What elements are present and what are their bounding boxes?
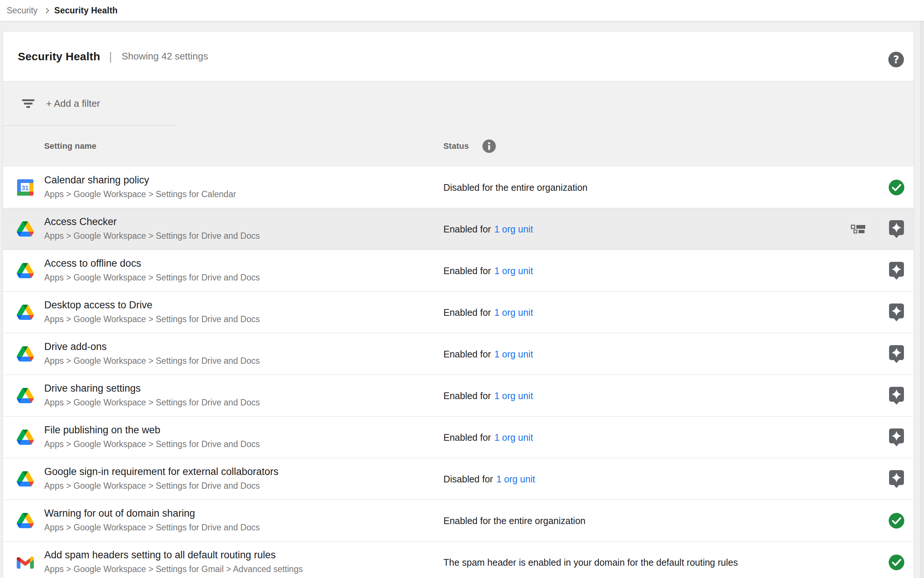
table-row[interactable]: Access to offline docs Apps > Google Wor… [3, 250, 914, 292]
setting-path: Apps > Google Workspace > Settings for D… [44, 523, 260, 533]
google-drive-icon [17, 304, 34, 321]
recommendation-badge-icon[interactable] [888, 303, 905, 322]
title-separator: | [109, 50, 112, 63]
security-health-card: Security Health | Showing 42 settings ? … [3, 32, 914, 578]
table-row[interactable]: Warning for out of domain sharing Apps >… [3, 500, 914, 542]
recommendation-badge-icon[interactable] [888, 386, 905, 406]
google-drive-icon [17, 221, 34, 238]
setting-path: Apps > Google Workspace > Settings for D… [44, 356, 260, 366]
org-unit-link[interactable]: 1 org unit [494, 432, 533, 442]
status-ok-icon[interactable] [888, 553, 905, 572]
setting-name: Calendar sharing policy [44, 174, 149, 186]
svg-text:31: 31 [21, 185, 29, 192]
org-unit-link[interactable]: 1 org unit [494, 307, 533, 317]
setting-path: Apps > Google Workspace > Settings for D… [44, 439, 260, 449]
help-icon[interactable]: ? [888, 52, 904, 67]
status-text: Enabled for1 org unit [443, 224, 533, 234]
setting-name: Drive add-ons [44, 341, 107, 352]
org-unit-link[interactable]: 1 org unit [494, 349, 533, 359]
ou-override-icon [851, 225, 866, 234]
recommendation-badge-icon[interactable] [888, 344, 905, 364]
setting-name: Access to offline docs [44, 258, 141, 269]
setting-name: Desktop access to Drive [44, 299, 152, 311]
setting-path: Apps > Google Workspace > Settings for D… [44, 273, 260, 283]
google-drive-icon [17, 387, 34, 404]
google-calendar-icon: 31 [17, 179, 34, 196]
recommendation-badge-icon[interactable] [888, 261, 905, 281]
status-text: Enabled for1 org unit [443, 432, 533, 443]
table-row[interactable]: 31 Calendar sharing policy Apps > Google… [3, 167, 914, 208]
breadcrumb: Security Security Health [0, 0, 924, 21]
status-text: Disabled for1 org unit [443, 474, 535, 484]
setting-name: Access Checker [44, 216, 117, 227]
filter-bar: + Add a filter [3, 81, 914, 125]
status-ok-icon[interactable] [888, 511, 905, 530]
column-header-status: Status [443, 141, 469, 151]
google-drive-icon [17, 512, 34, 529]
google-drive-icon [17, 262, 34, 279]
table-row[interactable]: Add spam headers setting to all default … [3, 542, 914, 578]
settings-count-label: Showing 42 settings [121, 50, 208, 62]
org-unit-link[interactable]: 1 org unit [496, 474, 535, 484]
setting-path: Apps > Google Workspace > Settings for D… [44, 398, 260, 408]
setting-path: Apps > Google Workspace > Settings for D… [44, 231, 260, 241]
setting-path: Apps > Google Workspace > Settings for D… [44, 314, 260, 324]
table-row[interactable]: Drive sharing settings Apps > Google Wor… [3, 375, 914, 417]
status-text: Enabled for1 org unit [443, 349, 533, 359]
setting-name: Google sign-in requirement for external … [44, 466, 278, 477]
status-text: Enabled for1 org unit [443, 390, 533, 401]
table-row[interactable]: Desktop access to Drive Apps > Google Wo… [3, 292, 914, 333]
status-ok-icon[interactable] [888, 178, 905, 197]
status-text: Enabled for1 org unit [443, 307, 533, 318]
google-drive-icon [17, 346, 34, 363]
org-unit-link[interactable]: 1 org unit [494, 390, 533, 401]
chevron-right-icon [44, 7, 49, 13]
column-header-setting-name: Setting name [44, 141, 97, 151]
status-text: Disabled for the entire organization [443, 182, 587, 193]
setting-name: Add spam headers setting to all default … [44, 549, 276, 561]
filter-icon[interactable] [22, 99, 34, 108]
table-header-row: Setting name Status [3, 126, 914, 167]
page-title: Security Health [18, 50, 100, 63]
org-unit-link[interactable]: 1 org unit [494, 265, 533, 276]
recommendation-badge-icon[interactable] [888, 219, 905, 239]
settings-list: 31 Calendar sharing policy Apps > Google… [3, 167, 914, 578]
status-text: Enabled for1 org unit [443, 265, 533, 276]
add-filter-button[interactable]: + Add a filter [46, 98, 100, 109]
status-text: The spam header is enabled in your domai… [443, 557, 738, 568]
org-unit-link[interactable]: 1 org unit [494, 224, 533, 234]
recommendation-badge-icon[interactable] [888, 428, 905, 447]
filter-and-header-section: + Add a filter Setting name Status [3, 81, 914, 167]
table-row[interactable]: Drive add-ons Apps > Google Workspace > … [3, 333, 914, 375]
table-row[interactable]: Access Checker Apps > Google Workspace >… [3, 208, 914, 250]
google-drive-icon [17, 471, 34, 488]
table-row[interactable]: Google sign-in requirement for external … [3, 458, 914, 500]
setting-name: File publishing on the web [44, 424, 160, 436]
breadcrumb-current: Security Health [54, 6, 117, 16]
setting-path: Apps > Google Workspace > Settings for D… [44, 481, 260, 491]
google-drive-icon [17, 429, 34, 446]
gmail-icon [17, 554, 34, 571]
breadcrumb-parent-link[interactable]: Security [7, 6, 37, 16]
table-row[interactable]: File publishing on the web Apps > Google… [3, 417, 914, 458]
setting-name: Warning for out of domain sharing [44, 508, 195, 519]
setting-name: Drive sharing settings [44, 383, 141, 394]
card-header: Security Health | Showing 42 settings ? [3, 32, 914, 81]
setting-path: Apps > Google Workspace > Settings for G… [44, 564, 303, 574]
scrollbar[interactable] [920, 21, 924, 578]
info-icon[interactable] [482, 139, 496, 153]
recommendation-badge-icon[interactable] [888, 469, 905, 489]
setting-path: Apps > Google Workspace > Settings for C… [44, 189, 236, 200]
status-text: Enabled for the entire organization [443, 515, 586, 526]
